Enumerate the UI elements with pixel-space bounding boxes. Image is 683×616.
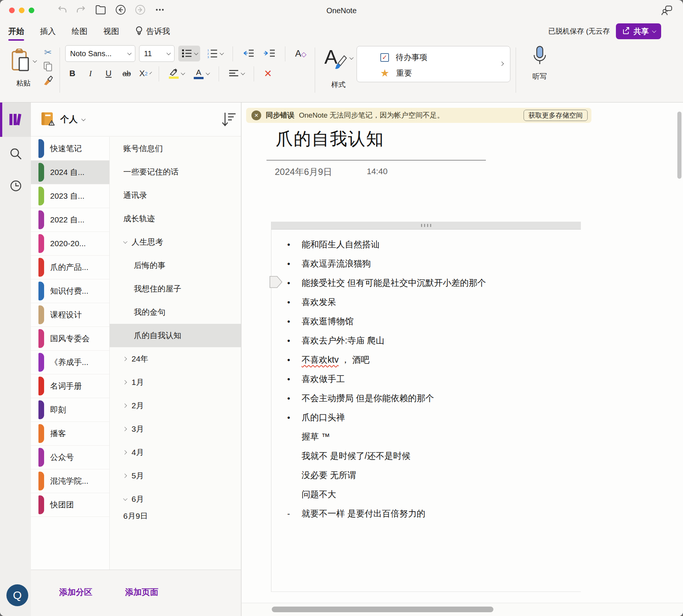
section-item[interactable]: 快速笔记 xyxy=(31,137,109,161)
section-item[interactable]: 知识付费... xyxy=(31,279,109,303)
font-name-select[interactable]: Noto Sans... xyxy=(65,45,135,62)
account-avatar[interactable]: Q xyxy=(6,584,28,606)
page-item[interactable]: 5月 xyxy=(110,464,241,487)
section-item[interactable]: 快团团 xyxy=(31,493,109,517)
page-item[interactable]: 我的金句 xyxy=(110,300,241,324)
page-item[interactable]: 人生思考 xyxy=(110,230,241,254)
chevron-right-icon[interactable] xyxy=(123,473,127,478)
page-item[interactable]: 账号信息们 xyxy=(110,137,241,160)
note-line[interactable]: •喜欢逛博物馆 xyxy=(271,312,581,331)
font-color-button[interactable]: A xyxy=(191,66,212,81)
share-button[interactable]: 共享 xyxy=(616,23,661,39)
note-line[interactable]: 没必要 无所谓 xyxy=(271,466,581,485)
chevron-down-icon[interactable] xyxy=(123,239,127,244)
page-date[interactable]: 2024年6月9日 xyxy=(275,166,332,178)
notebook-switcher[interactable]: 个人 xyxy=(60,113,84,125)
section-item[interactable]: 爪的产品... xyxy=(31,256,109,279)
note-line[interactable]: •喜欢逗弄流浪猫狗 xyxy=(271,254,581,273)
page-item[interactable]: 4月 xyxy=(110,441,241,464)
section-item[interactable]: 混沌学院... xyxy=(31,469,109,493)
page-item[interactable]: 通讯录 xyxy=(110,184,241,207)
section-item[interactable]: 国风专委会 xyxy=(31,327,109,351)
vertical-scrollbar-thumb[interactable] xyxy=(677,112,681,179)
page-item[interactable]: 1月 xyxy=(110,371,241,394)
chevron-right-icon[interactable] xyxy=(123,427,127,431)
font-size-select[interactable]: 11 xyxy=(139,45,175,62)
chevron-right-icon[interactable] xyxy=(123,403,127,408)
tab-view[interactable]: 视图 xyxy=(103,21,119,41)
subscript-button[interactable]: X2 xyxy=(138,66,152,81)
page-item[interactable]: 我想住的屋子 xyxy=(110,277,241,300)
increase-indent-button[interactable] xyxy=(261,46,278,61)
recent-notes-button[interactable] xyxy=(9,179,23,194)
bullet-list-button[interactable] xyxy=(178,46,200,61)
section-item[interactable]: 即刻 xyxy=(31,398,109,422)
add-section-button[interactable]: 添加分区 xyxy=(59,587,92,598)
chevron-down-icon[interactable] xyxy=(123,496,127,501)
chevron-right-icon[interactable] xyxy=(123,450,127,454)
section-item[interactable]: 名词手册 xyxy=(31,374,109,398)
section-item[interactable]: 播客 xyxy=(31,422,109,446)
page-item[interactable]: 6月9日 xyxy=(110,511,241,519)
delete-button[interactable]: ✕ xyxy=(261,66,275,81)
cut-button[interactable]: ✂ xyxy=(41,47,54,58)
section-item[interactable]: 公众号 xyxy=(31,446,109,469)
paragraph-handle-icon[interactable] xyxy=(269,276,283,290)
tab-home[interactable]: 开始 xyxy=(8,21,24,41)
note-line[interactable]: •不喜欢ktv ， 酒吧 xyxy=(271,350,581,369)
copy-button[interactable] xyxy=(41,61,54,72)
note-line[interactable]: 我就不 是时候了/还不是时候 xyxy=(271,446,581,466)
highlight-button[interactable] xyxy=(166,66,187,81)
section-item[interactable]: 2022 自... xyxy=(31,208,109,232)
numbered-list-button[interactable]: 123 xyxy=(204,46,226,61)
alignment-button[interactable] xyxy=(226,66,247,81)
note-line[interactable]: •爪的口头禅 xyxy=(271,408,581,427)
bold-button[interactable]: B xyxy=(65,66,80,81)
note-line[interactable]: 握草 ™ xyxy=(271,427,581,446)
tag-todo[interactable]: ✓ 待办事项 xyxy=(380,49,510,65)
tab-insert[interactable]: 插入 xyxy=(40,21,56,41)
page-item[interactable]: 6月 xyxy=(110,487,241,511)
note-line[interactable]: •能和陌生人自然搭讪 xyxy=(271,235,581,254)
rail-item-notebooks[interactable] xyxy=(0,103,31,137)
note-line[interactable]: •不会主动攒局 但是你能依赖的那个 xyxy=(271,389,581,408)
decrease-indent-button[interactable] xyxy=(240,46,257,61)
note-line[interactable]: •喜欢做手工 xyxy=(271,369,581,389)
page-item[interactable]: 一些要记住的话 xyxy=(110,160,241,184)
section-item[interactable]: 2024 自... xyxy=(31,161,109,184)
note-line[interactable]: -就要不一样 是要付出百倍努力的 xyxy=(271,504,581,523)
section-item[interactable]: 2020-20... xyxy=(31,232,109,256)
add-page-button[interactable]: 添加页面 xyxy=(125,587,158,598)
page-item[interactable]: 后悔的事 xyxy=(110,254,241,277)
note-line[interactable]: •能接受社交 但有可能是社交中沉默开小差的那个 xyxy=(271,273,581,293)
tab-tell-me[interactable]: 告诉我 xyxy=(135,21,170,41)
section-item[interactable]: 课程设计 xyxy=(31,303,109,327)
note-line[interactable]: •喜欢去户外:寺庙 爬山 xyxy=(271,331,581,350)
feedback-icon[interactable] xyxy=(661,5,673,18)
page-item[interactable]: 成长轨迹 xyxy=(110,207,241,230)
dictate-button[interactable]: 听写 xyxy=(523,45,557,81)
tab-draw[interactable]: 绘图 xyxy=(72,21,87,41)
section-item[interactable]: 2023 自... xyxy=(31,184,109,208)
note-container-grip[interactable] xyxy=(271,222,581,230)
clear-formatting-button[interactable]: A◇ xyxy=(292,46,309,61)
note-line[interactable]: 问题不大 xyxy=(271,485,581,504)
format-painter-button[interactable] xyxy=(41,75,54,87)
page-item[interactable]: 爪的自我认知 xyxy=(110,324,241,347)
page-title[interactable]: 爪的自我认知 xyxy=(276,127,384,151)
page-item[interactable]: 2月 xyxy=(110,394,241,417)
sort-pages-button[interactable] xyxy=(219,111,239,129)
styles-button[interactable]: A 样式 xyxy=(320,45,357,90)
italic-button[interactable]: I xyxy=(83,66,98,81)
horizontal-scrollbar-thumb[interactable] xyxy=(272,607,493,612)
page-item[interactable]: 24年 xyxy=(110,347,241,371)
underline-button[interactable]: U xyxy=(101,66,116,81)
note-line[interactable]: •喜欢发呆 xyxy=(271,293,581,312)
chevron-right-icon[interactable] xyxy=(123,357,127,361)
page-time[interactable]: 14:40 xyxy=(367,167,387,176)
page-item[interactable]: 3月 xyxy=(110,417,241,441)
tag-important[interactable]: ★ 重要 xyxy=(380,65,510,81)
search-button[interactable] xyxy=(9,147,23,162)
get-more-storage-button[interactable]: 获取更多存储空间 xyxy=(524,110,588,121)
strikethrough-button[interactable]: ab xyxy=(119,66,134,81)
